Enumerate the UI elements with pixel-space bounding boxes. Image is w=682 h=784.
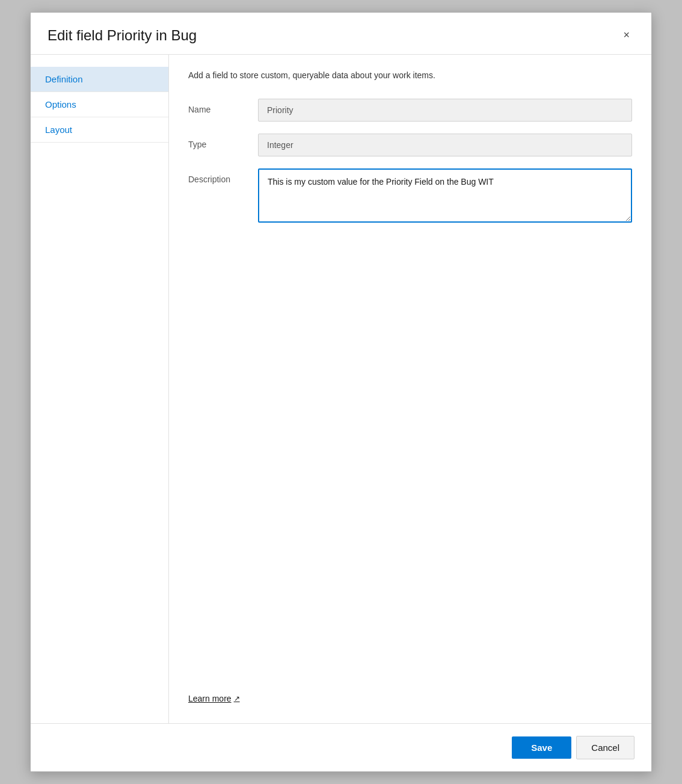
save-button[interactable]: Save (512, 736, 571, 759)
learn-more-link[interactable]: Learn more ↗ (188, 694, 240, 703)
type-input[interactable] (258, 134, 632, 156)
learn-more-text: Learn more (188, 694, 232, 703)
name-input[interactable] (258, 99, 632, 122)
sidebar: Definition Options Layout (31, 55, 169, 723)
dialog-body: Definition Options Layout Add a field to… (31, 55, 651, 723)
type-label: Type (188, 134, 248, 149)
name-field-row: Name (188, 99, 632, 122)
sidebar-item-definition[interactable]: Definition (31, 67, 168, 92)
description-textarea[interactable] (258, 168, 632, 223)
learn-more-section: Learn more ↗ (188, 681, 632, 709)
sidebar-item-options[interactable]: Options (31, 92, 168, 117)
section-description: Add a field to store custom, queryable d… (188, 69, 632, 82)
main-content: Add a field to store custom, queryable d… (169, 55, 651, 723)
dialog-header: Edit field Priority in Bug × (31, 13, 651, 55)
cancel-button[interactable]: Cancel (576, 736, 634, 759)
dialog-footer: Save Cancel (31, 723, 651, 771)
external-link-icon: ↗ (234, 694, 240, 703)
type-field-row: Type (188, 134, 632, 156)
description-label: Description (188, 168, 248, 184)
sidebar-item-layout-label: Layout (45, 125, 72, 135)
sidebar-item-layout[interactable]: Layout (31, 117, 168, 143)
dialog-title: Edit field Priority in Bug (48, 27, 197, 45)
name-label: Name (188, 99, 248, 114)
edit-field-dialog: Edit field Priority in Bug × Definition … (30, 12, 652, 772)
form-section: Name Type Description (188, 99, 632, 223)
sidebar-item-definition-label: Definition (45, 74, 83, 84)
close-button[interactable]: × (618, 27, 634, 43)
description-field-row: Description (188, 168, 632, 223)
sidebar-item-options-label: Options (45, 99, 76, 110)
